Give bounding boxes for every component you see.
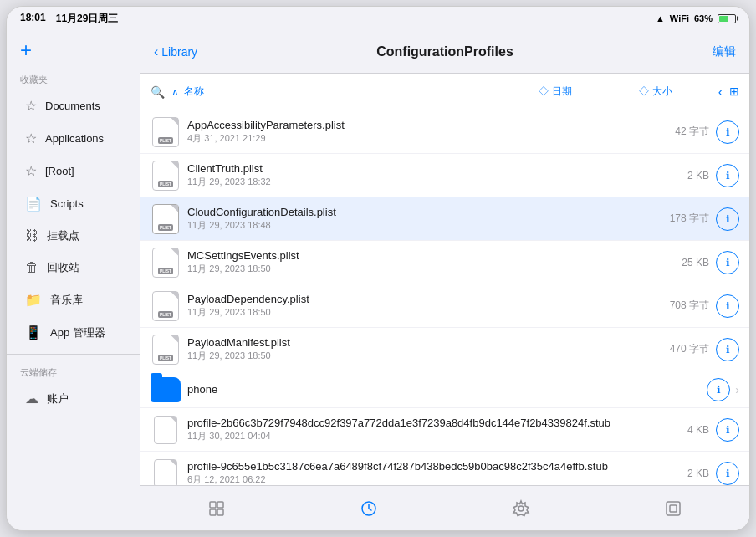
table-row[interactable]: ClientTruth.plist 11月 29, 2023 18:32 2 K…	[140, 154, 749, 197]
sidebar-item-appmanager[interactable]: 📱 App 管理器	[12, 317, 135, 348]
share-tab-icon	[664, 499, 682, 518]
sidebar-item-applications[interactable]: ☆ Applications	[12, 123, 135, 154]
tab-recent[interactable]	[360, 499, 378, 518]
file-size: 708 字节	[642, 299, 709, 313]
file-icon-plist	[151, 204, 181, 234]
file-size: 25 KB	[642, 257, 709, 268]
settings-tab-icon	[512, 499, 530, 518]
info-button[interactable]: ℹ	[707, 378, 730, 401]
table-row[interactable]: profile-2b66c3b729f7948dcc92f397a772dda1…	[140, 408, 749, 452]
file-name: ClientTruth.plist	[187, 162, 642, 175]
chevron-left-icon: ‹	[154, 44, 158, 59]
col-name-label: ∧	[171, 86, 179, 98]
status-left: 18:01 11月29日周三	[20, 12, 118, 26]
file-icon-plist	[151, 335, 181, 365]
file-date: 4月 31, 2021 21:29	[187, 132, 642, 145]
col-actions: ‹ ⊞	[697, 84, 739, 100]
svg-rect-6	[667, 502, 680, 515]
sidebar-item-mounts[interactable]: ⛓ 挂载点	[12, 221, 135, 251]
svg-rect-2	[210, 509, 216, 515]
info-button[interactable]: ℹ	[716, 418, 739, 442]
file-size: 42 字节	[642, 125, 709, 139]
table-row[interactable]: phone ℹ ›	[140, 371, 749, 408]
sidebar-item-label: Documents	[45, 100, 100, 112]
file-info: phone	[187, 383, 700, 396]
table-row[interactable]: profile-9c655e1b5c3187c6ea7a6489f8cf74f2…	[140, 452, 749, 485]
col-size-header[interactable]: ◇ 大小	[614, 84, 697, 99]
sidebar-item-trash[interactable]: 🗑 回收站	[12, 253, 135, 283]
file-size: 470 字节	[642, 342, 709, 356]
tab-files[interactable]	[207, 499, 226, 518]
star-icon: ☆	[25, 163, 37, 179]
file-name: profile-9c655e1b5c3187c6ea7a6489f8cf74f2…	[187, 460, 642, 473]
file-name: AppAccessibilityParameters.plist	[187, 119, 642, 131]
file-name: MCSettingsEvents.plist	[187, 249, 642, 262]
svg-rect-7	[670, 505, 677, 512]
sidebar-item-scripts[interactable]: 📄 Scripts	[12, 188, 135, 219]
edit-button[interactable]: 编辑	[713, 44, 736, 59]
battery-fill	[719, 16, 728, 22]
battery-icon	[718, 14, 736, 23]
file-size: 2 KB	[642, 170, 709, 182]
time: 18:01	[20, 12, 46, 26]
info-button[interactable]: ℹ	[716, 251, 739, 274]
file-info: MCSettingsEvents.plist 11月 29, 2023 18:5…	[187, 249, 642, 275]
sidebar-item-documents[interactable]: ☆ Documents	[12, 90, 135, 121]
sidebar-item-label: App 管理器	[50, 325, 105, 340]
sidebar-item-label: 挂载点	[47, 228, 79, 243]
favorites-label: 收藏夹	[7, 67, 140, 90]
file-icon-stub	[151, 415, 181, 445]
search-icon: 🔍	[151, 85, 165, 99]
file-name: profile-2b66c3b729f7948dcc92f397a772dda1…	[187, 417, 642, 429]
table-row[interactable]: AppAccessibilityParameters.plist 4月 31, …	[140, 110, 749, 154]
col-name-header[interactable]: ∧ 名称	[171, 84, 497, 99]
table-row[interactable]: PayloadDependency.plist 11月 29, 2023 18:…	[140, 284, 749, 328]
file-name: CloudConfigurationDetails.plist	[187, 206, 642, 218]
folder-actions: ℹ ›	[700, 378, 739, 401]
nav-bar: ‹ Library ConfigurationProfiles 编辑	[140, 30, 749, 74]
file-icon-plist	[151, 117, 181, 147]
sidebar-item-account[interactable]: ☁ 账户	[12, 383, 135, 414]
file-icon-plist	[151, 248, 181, 278]
sidebar-item-music[interactable]: 📁 音乐库	[12, 284, 135, 315]
file-info: CloudConfigurationDetails.plist 11月 29, …	[187, 206, 642, 232]
file-info: profile-9c655e1b5c3187c6ea7a6489f8cf74f2…	[187, 460, 642, 485]
file-icon-plist	[151, 291, 181, 321]
chevron-right-icon: ›	[735, 383, 739, 396]
sidebar-item-label: Applications	[45, 132, 104, 145]
col-date-label: ◇ 日期	[539, 84, 571, 99]
date: 11月29日周三	[56, 12, 119, 26]
add-button[interactable]: +	[20, 38, 32, 61]
nav-title: ConfigurationProfiles	[376, 44, 513, 59]
col-date-header[interactable]: ◇ 日期	[497, 84, 614, 99]
table-row[interactable]: CloudConfigurationDetails.plist 11月 29, …	[140, 197, 749, 241]
back-button[interactable]: ‹ Library	[154, 44, 197, 59]
table-row[interactable]: PayloadManifest.plist 11月 29, 2023 18:50…	[140, 328, 749, 371]
sidebar-item-root[interactable]: ☆ [Root]	[12, 156, 135, 187]
file-date: 11月 29, 2023 18:48	[187, 219, 642, 232]
info-button[interactable]: ℹ	[716, 207, 739, 231]
col-name-text: 名称	[184, 84, 204, 99]
sidebar-item-label: 回收站	[47, 260, 79, 275]
table-row[interactable]: MCSettingsEvents.plist 11月 29, 2023 18:5…	[140, 241, 749, 284]
search-bar: 🔍 ∧ 名称 ◇ 日期 ◇ 大小 ‹ ⊞	[140, 74, 749, 110]
info-button[interactable]: ℹ	[716, 338, 739, 361]
file-date: 11月 29, 2023 18:50	[187, 263, 642, 275]
back-label: Library	[161, 45, 197, 59]
sidebar-item-label: Scripts	[50, 197, 84, 210]
view-toggle-icon[interactable]: ‹	[718, 84, 723, 100]
info-button[interactable]: ℹ	[716, 462, 739, 485]
main-layout: + 收藏夹 ☆ Documents ☆ Applications ☆ [Root…	[7, 30, 749, 530]
grid-view-icon[interactable]: ⊞	[729, 84, 739, 100]
info-button[interactable]: ℹ	[716, 164, 739, 187]
svg-rect-3	[217, 509, 223, 515]
wifi-icon: ▲	[656, 13, 665, 23]
info-button[interactable]: ℹ	[716, 294, 739, 318]
battery-percent: 63%	[694, 13, 713, 23]
info-button[interactable]: ℹ	[716, 120, 739, 144]
tab-settings[interactable]	[512, 499, 530, 518]
col-size-label: ◇ 大小	[639, 84, 672, 99]
tab-share[interactable]	[664, 499, 682, 518]
file-icon-plist	[151, 161, 181, 191]
file-date: 11月 29, 2023 18:50	[187, 350, 642, 362]
